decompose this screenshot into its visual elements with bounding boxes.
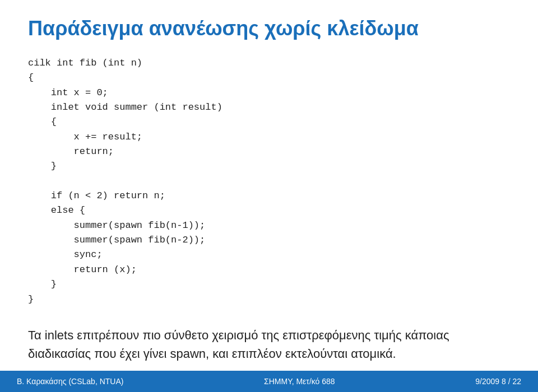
footer-course: ΣΗΜΜΥ, Μετ/κό 688 bbox=[264, 377, 335, 386]
slide-footer: Β. Καρακάσης (CSLab, NTUA) ΣΗΜΜΥ, Μετ/κό… bbox=[0, 371, 538, 392]
footer-author: Β. Καρακάσης (CSLab, NTUA) bbox=[17, 377, 123, 386]
footer-page: 9/2009 8 / 22 bbox=[475, 377, 521, 386]
slide-description: Τα inlets επιτρέπουν πιο σύνθετο χειρισμ… bbox=[28, 326, 510, 363]
slide: Παράδειγμα ανανέωσης χωρίς κλείδωμα cilk… bbox=[0, 0, 538, 392]
slide-title: Παράδειγμα ανανέωσης χωρίς κλείδωμα bbox=[28, 17, 510, 40]
code-block: cilk int fib (int n) { int x = 0; inlet … bbox=[28, 56, 510, 307]
